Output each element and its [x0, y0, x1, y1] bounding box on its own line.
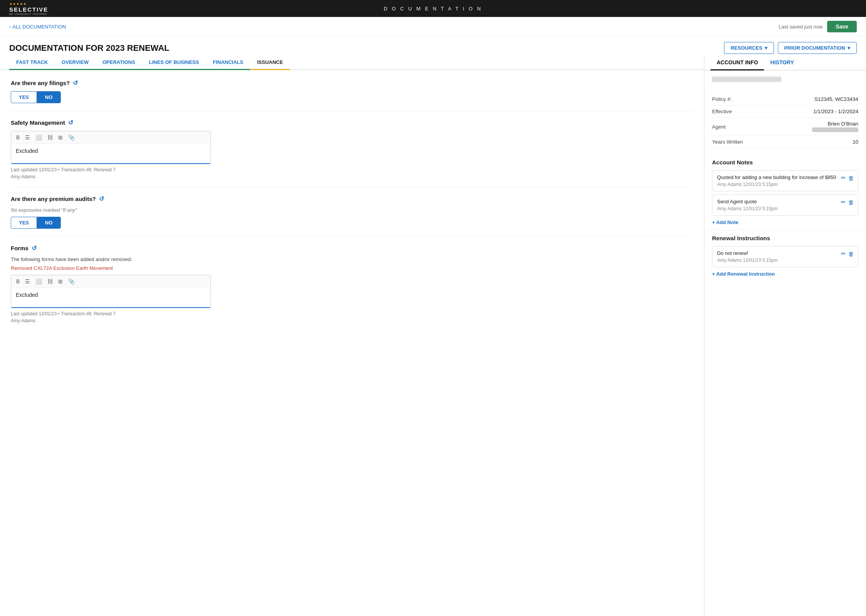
- list-icon[interactable]: ☰: [24, 134, 31, 141]
- back-link[interactable]: ‹ ALL DOCUMENTATION: [9, 24, 66, 30]
- renewal-edit-button-0[interactable]: ✏: [841, 250, 846, 257]
- prior-doc-chevron-icon: ▾: [848, 45, 850, 51]
- tab-account-info-label: ACCOUNT INFO: [717, 59, 758, 65]
- note-actions-1: ✏ 🗑: [841, 199, 854, 206]
- filings-question: Are there any filings?: [11, 80, 70, 86]
- tab-fast-track-label: FAST TRACK: [16, 59, 48, 65]
- safety-editor-body[interactable]: Excluded: [11, 144, 211, 163]
- attach-icon[interactable]: 📎: [67, 134, 76, 141]
- page-title: DOCUMENTATION FOR 2023 RENEWAL: [9, 43, 169, 53]
- note-meta-0: Amy Adams 12/01/23 5:15pm: [717, 182, 853, 187]
- note-text-1: Send Agent quote: [717, 199, 853, 204]
- link-icon[interactable]: ⛓: [46, 134, 54, 141]
- bold-icon[interactable]: B: [15, 134, 21, 141]
- resources-chevron-icon: ▾: [765, 45, 767, 51]
- sub-navigation: ‹ ALL DOCUMENTATION Last saved just now …: [0, 17, 866, 37]
- tab-operations[interactable]: OPERATIONS: [95, 54, 142, 70]
- forms-list-icon[interactable]: ☰: [24, 278, 31, 285]
- add-note-button[interactable]: + Add Note: [712, 219, 739, 225]
- audits-yn-group: YES NO: [11, 217, 693, 229]
- audits-no-button[interactable]: NO: [37, 217, 61, 229]
- renewal-card-0: Do not renew! Amy Adams 12/01/23 5:15pm …: [712, 246, 858, 267]
- forms-history-icon[interactable]: ↺: [32, 244, 37, 252]
- years-written-label: Years Written: [712, 139, 743, 145]
- forms-image-icon[interactable]: ⬜: [34, 278, 43, 285]
- forms-link-icon[interactable]: ⛓: [46, 278, 54, 285]
- content-area: Are there any filings? ↺ YES NO Safety M…: [0, 70, 704, 334]
- filings-yn-group: YES NO: [11, 91, 693, 103]
- tab-issuance-label: ISSUANCE: [257, 59, 283, 65]
- tab-lines-of-business[interactable]: LINES OF BUSINESS: [142, 54, 206, 70]
- header-buttons: RESOURCES ▾ PRIOR DOCUMENTATION ▾: [724, 42, 857, 54]
- forms-attach-icon[interactable]: 📎: [67, 278, 76, 285]
- tab-lines-label: LINES OF BUSINESS: [149, 59, 199, 65]
- add-renewal-instruction-button[interactable]: + Add Renewal Instruction: [712, 271, 775, 277]
- tab-overview-label: OVERVIEW: [62, 59, 89, 65]
- filings-no-button[interactable]: NO: [37, 91, 61, 103]
- resources-button[interactable]: RESOURCES ▾: [724, 42, 774, 54]
- page-nav-title: D O C U M E N T A T I O N: [384, 6, 482, 12]
- forms-removed-text: Removed CXL72A Exclusion Earth Movement: [11, 265, 693, 271]
- safety-history-icon[interactable]: ↺: [68, 119, 73, 126]
- audits-history-icon[interactable]: ↺: [99, 195, 104, 203]
- tab-issuance[interactable]: ISSUANCE: [250, 54, 290, 70]
- renewal-instructions-section: Renewal Instructions Do not renew! Amy A…: [704, 230, 866, 281]
- forms-description: The following forms have been added and/…: [11, 256, 693, 262]
- prior-documentation-button[interactable]: PRIOR DOCUMENTATION ▾: [778, 42, 857, 54]
- logo-text: SELECTIVE: [9, 6, 48, 13]
- renewal-meta-0: Amy Adams 12/01/23 5:15pm: [717, 258, 853, 263]
- note-meta-1: Amy Adams 12/01/23 5:15pm: [717, 206, 853, 211]
- forms-table-icon[interactable]: ⊞: [57, 278, 64, 285]
- page-header: DOCUMENTATION FOR 2023 RENEWAL RESOURCES…: [0, 37, 866, 54]
- effective-value: 1/1/2023 - 1/2/2024: [813, 109, 858, 114]
- sub-nav-right: Last saved just now Save: [779, 21, 857, 32]
- forms-title-text: Forms: [11, 245, 28, 251]
- tab-history[interactable]: HISTORY: [764, 54, 800, 70]
- policy-value: S12345, WC23434: [814, 96, 858, 102]
- notes-title: Account Notes: [712, 159, 858, 166]
- account-tabs-bar: ACCOUNT INFO HISTORY: [704, 54, 866, 70]
- table-icon[interactable]: ⊞: [57, 134, 64, 141]
- divider-2: [11, 187, 693, 187]
- tab-overview[interactable]: OVERVIEW: [55, 54, 95, 70]
- safety-section-title: Safety Management ↺: [11, 119, 693, 126]
- resources-label: RESOURCES: [731, 45, 762, 51]
- tab-financials-label: FINANCIALS: [213, 59, 243, 65]
- forms-section-title: Forms ↺: [11, 244, 693, 252]
- forms-update-info: Last updated 12/01/23 • Transaction #8: …: [11, 311, 693, 316]
- audits-question: Are there any premium audits?: [11, 196, 96, 202]
- tab-history-label: HISTORY: [770, 59, 794, 65]
- forms-bold-icon[interactable]: B: [15, 278, 21, 285]
- note-delete-button-1[interactable]: 🗑: [848, 199, 854, 206]
- forms-editor-body[interactable]: Excluded: [11, 288, 211, 307]
- no-exposures-text: No exposures marked "If any": [11, 207, 693, 213]
- tab-account-info[interactable]: ACCOUNT INFO: [711, 54, 764, 70]
- effective-row: Effective 1/1/2023 - 1/2/2024: [712, 105, 858, 118]
- left-content: FAST TRACK OVERVIEW OPERATIONS LINES OF …: [0, 54, 704, 616]
- renewal-actions-0: ✏ 🗑: [841, 250, 854, 257]
- agent-label: Agent: [712, 124, 726, 130]
- filings-history-icon[interactable]: ↺: [73, 79, 78, 87]
- agent-row: Agent Brien O'Brian: [712, 118, 858, 136]
- filings-yes-button[interactable]: YES: [11, 91, 37, 103]
- tab-financials[interactable]: FINANCIALS: [206, 54, 250, 70]
- image-icon[interactable]: ⬜: [34, 134, 43, 141]
- effective-label: Effective: [712, 109, 732, 114]
- account-info-section: Policy #: S12345, WC23434 Effective 1/1/…: [704, 70, 866, 154]
- back-link-label: ALL DOCUMENTATION: [12, 24, 66, 30]
- note-edit-button-0[interactable]: ✏: [841, 174, 846, 181]
- renewal-delete-button-0[interactable]: 🗑: [848, 250, 854, 257]
- note-delete-button-0[interactable]: 🗑: [848, 174, 854, 181]
- logo-sub: BE UNIQUELY INSURED: [9, 13, 47, 15]
- agent-blurred: [812, 127, 858, 132]
- tab-operations-label: OPERATIONS: [102, 59, 135, 65]
- tab-fast-track[interactable]: FAST TRACK: [9, 54, 55, 70]
- note-edit-button-1[interactable]: ✏: [841, 199, 846, 206]
- forms-toolbar: B ☰ ⬜ ⛓ ⊞ 📎: [11, 275, 211, 288]
- save-button[interactable]: Save: [827, 21, 857, 32]
- audits-yes-button[interactable]: YES: [11, 217, 37, 229]
- logo: ✦✦✦✦✦ SELECTIVE BE UNIQUELY INSURED: [9, 2, 48, 15]
- renewal-text-0: Do not renew!: [717, 250, 853, 256]
- safety-toolbar: B ☰ ⬜ ⛓ ⊞ 📎: [11, 131, 211, 144]
- safety-editor: B ☰ ⬜ ⛓ ⊞ 📎 Excluded: [11, 131, 211, 164]
